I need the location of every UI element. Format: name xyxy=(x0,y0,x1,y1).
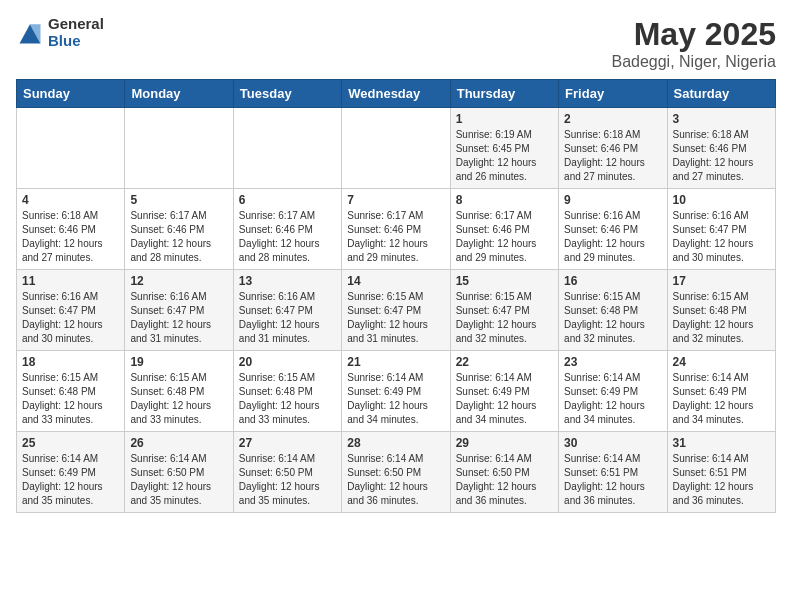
day-info: Sunrise: 6:15 AM Sunset: 6:47 PM Dayligh… xyxy=(347,290,444,346)
day-number: 12 xyxy=(130,274,227,288)
calendar-cell: 30Sunrise: 6:14 AM Sunset: 6:51 PM Dayli… xyxy=(559,432,667,513)
calendar-cell: 5Sunrise: 6:17 AM Sunset: 6:46 PM Daylig… xyxy=(125,189,233,270)
day-info: Sunrise: 6:18 AM Sunset: 6:46 PM Dayligh… xyxy=(673,128,770,184)
day-number: 24 xyxy=(673,355,770,369)
day-info: Sunrise: 6:14 AM Sunset: 6:50 PM Dayligh… xyxy=(130,452,227,508)
calendar-table: SundayMondayTuesdayWednesdayThursdayFrid… xyxy=(16,79,776,513)
week-row-0: 1Sunrise: 6:19 AM Sunset: 6:45 PM Daylig… xyxy=(17,108,776,189)
header-row: SundayMondayTuesdayWednesdayThursdayFrid… xyxy=(17,80,776,108)
day-info: Sunrise: 6:14 AM Sunset: 6:51 PM Dayligh… xyxy=(564,452,661,508)
day-info: Sunrise: 6:17 AM Sunset: 6:46 PM Dayligh… xyxy=(456,209,553,265)
week-row-2: 11Sunrise: 6:16 AM Sunset: 6:47 PM Dayli… xyxy=(17,270,776,351)
day-info: Sunrise: 6:15 AM Sunset: 6:47 PM Dayligh… xyxy=(456,290,553,346)
day-info: Sunrise: 6:17 AM Sunset: 6:46 PM Dayligh… xyxy=(347,209,444,265)
day-number: 31 xyxy=(673,436,770,450)
calendar-cell: 13Sunrise: 6:16 AM Sunset: 6:47 PM Dayli… xyxy=(233,270,341,351)
calendar-cell: 4Sunrise: 6:18 AM Sunset: 6:46 PM Daylig… xyxy=(17,189,125,270)
day-info: Sunrise: 6:16 AM Sunset: 6:47 PM Dayligh… xyxy=(130,290,227,346)
calendar-cell: 15Sunrise: 6:15 AM Sunset: 6:47 PM Dayli… xyxy=(450,270,558,351)
calendar-cell xyxy=(17,108,125,189)
header-monday: Monday xyxy=(125,80,233,108)
day-number: 25 xyxy=(22,436,119,450)
day-number: 10 xyxy=(673,193,770,207)
calendar-cell: 16Sunrise: 6:15 AM Sunset: 6:48 PM Dayli… xyxy=(559,270,667,351)
week-row-4: 25Sunrise: 6:14 AM Sunset: 6:49 PM Dayli… xyxy=(17,432,776,513)
day-info: Sunrise: 6:14 AM Sunset: 6:50 PM Dayligh… xyxy=(239,452,336,508)
calendar-cell: 18Sunrise: 6:15 AM Sunset: 6:48 PM Dayli… xyxy=(17,351,125,432)
day-info: Sunrise: 6:17 AM Sunset: 6:46 PM Dayligh… xyxy=(239,209,336,265)
day-info: Sunrise: 6:14 AM Sunset: 6:49 PM Dayligh… xyxy=(22,452,119,508)
calendar-cell: 20Sunrise: 6:15 AM Sunset: 6:48 PM Dayli… xyxy=(233,351,341,432)
main-title: May 2025 xyxy=(611,16,776,53)
header: General Blue May 2025 Badeggi, Niger, Ni… xyxy=(16,16,776,71)
calendar-cell xyxy=(125,108,233,189)
calendar-cell: 8Sunrise: 6:17 AM Sunset: 6:46 PM Daylig… xyxy=(450,189,558,270)
day-info: Sunrise: 6:16 AM Sunset: 6:47 PM Dayligh… xyxy=(673,209,770,265)
day-number: 6 xyxy=(239,193,336,207)
day-number: 27 xyxy=(239,436,336,450)
day-number: 29 xyxy=(456,436,553,450)
day-number: 17 xyxy=(673,274,770,288)
day-number: 22 xyxy=(456,355,553,369)
day-info: Sunrise: 6:14 AM Sunset: 6:51 PM Dayligh… xyxy=(673,452,770,508)
day-info: Sunrise: 6:15 AM Sunset: 6:48 PM Dayligh… xyxy=(564,290,661,346)
calendar-cell: 24Sunrise: 6:14 AM Sunset: 6:49 PM Dayli… xyxy=(667,351,775,432)
calendar-cell xyxy=(342,108,450,189)
calendar-header: SundayMondayTuesdayWednesdayThursdayFrid… xyxy=(17,80,776,108)
calendar-cell: 29Sunrise: 6:14 AM Sunset: 6:50 PM Dayli… xyxy=(450,432,558,513)
day-info: Sunrise: 6:18 AM Sunset: 6:46 PM Dayligh… xyxy=(22,209,119,265)
day-number: 30 xyxy=(564,436,661,450)
day-number: 19 xyxy=(130,355,227,369)
calendar-cell: 17Sunrise: 6:15 AM Sunset: 6:48 PM Dayli… xyxy=(667,270,775,351)
day-number: 9 xyxy=(564,193,661,207)
day-number: 1 xyxy=(456,112,553,126)
day-number: 20 xyxy=(239,355,336,369)
calendar-cell: 2Sunrise: 6:18 AM Sunset: 6:46 PM Daylig… xyxy=(559,108,667,189)
header-saturday: Saturday xyxy=(667,80,775,108)
header-wednesday: Wednesday xyxy=(342,80,450,108)
day-info: Sunrise: 6:19 AM Sunset: 6:45 PM Dayligh… xyxy=(456,128,553,184)
calendar-cell: 31Sunrise: 6:14 AM Sunset: 6:51 PM Dayli… xyxy=(667,432,775,513)
day-number: 3 xyxy=(673,112,770,126)
day-number: 11 xyxy=(22,274,119,288)
header-sunday: Sunday xyxy=(17,80,125,108)
logo-general-text: General xyxy=(48,16,104,33)
day-info: Sunrise: 6:15 AM Sunset: 6:48 PM Dayligh… xyxy=(673,290,770,346)
day-info: Sunrise: 6:14 AM Sunset: 6:49 PM Dayligh… xyxy=(564,371,661,427)
calendar-cell: 14Sunrise: 6:15 AM Sunset: 6:47 PM Dayli… xyxy=(342,270,450,351)
day-info: Sunrise: 6:15 AM Sunset: 6:48 PM Dayligh… xyxy=(22,371,119,427)
calendar-cell: 1Sunrise: 6:19 AM Sunset: 6:45 PM Daylig… xyxy=(450,108,558,189)
day-number: 8 xyxy=(456,193,553,207)
calendar-cell: 21Sunrise: 6:14 AM Sunset: 6:49 PM Dayli… xyxy=(342,351,450,432)
logo-icon xyxy=(16,19,44,47)
day-info: Sunrise: 6:16 AM Sunset: 6:47 PM Dayligh… xyxy=(22,290,119,346)
day-number: 13 xyxy=(239,274,336,288)
day-number: 21 xyxy=(347,355,444,369)
week-row-3: 18Sunrise: 6:15 AM Sunset: 6:48 PM Dayli… xyxy=(17,351,776,432)
day-number: 26 xyxy=(130,436,227,450)
calendar-cell: 19Sunrise: 6:15 AM Sunset: 6:48 PM Dayli… xyxy=(125,351,233,432)
day-number: 4 xyxy=(22,193,119,207)
calendar-body: 1Sunrise: 6:19 AM Sunset: 6:45 PM Daylig… xyxy=(17,108,776,513)
calendar-cell: 6Sunrise: 6:17 AM Sunset: 6:46 PM Daylig… xyxy=(233,189,341,270)
day-info: Sunrise: 6:14 AM Sunset: 6:49 PM Dayligh… xyxy=(673,371,770,427)
calendar-cell: 22Sunrise: 6:14 AM Sunset: 6:49 PM Dayli… xyxy=(450,351,558,432)
day-number: 16 xyxy=(564,274,661,288)
calendar-cell xyxy=(233,108,341,189)
header-tuesday: Tuesday xyxy=(233,80,341,108)
calendar-cell: 9Sunrise: 6:16 AM Sunset: 6:46 PM Daylig… xyxy=(559,189,667,270)
day-info: Sunrise: 6:14 AM Sunset: 6:49 PM Dayligh… xyxy=(456,371,553,427)
day-info: Sunrise: 6:17 AM Sunset: 6:46 PM Dayligh… xyxy=(130,209,227,265)
day-info: Sunrise: 6:16 AM Sunset: 6:46 PM Dayligh… xyxy=(564,209,661,265)
logo-blue-text: Blue xyxy=(48,33,104,50)
calendar-cell: 23Sunrise: 6:14 AM Sunset: 6:49 PM Dayli… xyxy=(559,351,667,432)
day-number: 28 xyxy=(347,436,444,450)
calendar-cell: 11Sunrise: 6:16 AM Sunset: 6:47 PM Dayli… xyxy=(17,270,125,351)
calendar-cell: 3Sunrise: 6:18 AM Sunset: 6:46 PM Daylig… xyxy=(667,108,775,189)
day-info: Sunrise: 6:14 AM Sunset: 6:50 PM Dayligh… xyxy=(347,452,444,508)
logo: General Blue xyxy=(16,16,104,49)
day-number: 7 xyxy=(347,193,444,207)
calendar-cell: 25Sunrise: 6:14 AM Sunset: 6:49 PM Dayli… xyxy=(17,432,125,513)
day-info: Sunrise: 6:16 AM Sunset: 6:47 PM Dayligh… xyxy=(239,290,336,346)
calendar-cell: 28Sunrise: 6:14 AM Sunset: 6:50 PM Dayli… xyxy=(342,432,450,513)
